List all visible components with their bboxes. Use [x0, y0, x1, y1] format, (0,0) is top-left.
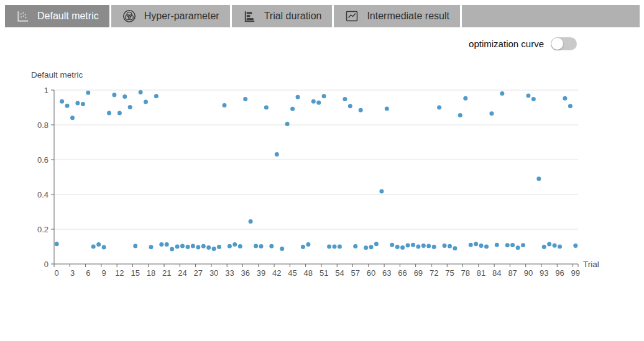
scatter-point[interactable] [573, 243, 577, 248]
scatter-point[interactable] [60, 99, 64, 104]
scatter-point[interactable] [359, 108, 363, 112]
scatter-point[interactable] [516, 245, 520, 250]
scatter-point[interactable] [343, 97, 347, 101]
scatter-point[interactable] [301, 245, 305, 249]
scatter-point[interactable] [269, 244, 274, 248]
scatter-point[interactable] [536, 176, 541, 181]
scatter-point[interactable] [280, 247, 284, 251]
scatter-point[interactable] [489, 111, 494, 116]
scatter-point[interactable] [510, 243, 515, 247]
scatter-point[interactable] [469, 243, 473, 247]
scatter-point[interactable] [484, 245, 489, 249]
scatter-point[interactable] [133, 243, 137, 248]
scatter-point[interactable] [232, 242, 237, 247]
scatter-point[interactable] [437, 106, 441, 110]
scatter-point[interactable] [180, 243, 185, 248]
scatter-point[interactable] [249, 219, 253, 224]
scatter-point[interactable] [553, 243, 557, 248]
tab-trial-duration[interactable]: Trial duration [232, 5, 333, 27]
scatter-point[interactable] [479, 243, 484, 248]
scatter-point[interactable] [443, 243, 447, 248]
scatter-point[interactable] [285, 122, 290, 126]
scatter-point[interactable] [107, 111, 111, 116]
scatter-point[interactable] [416, 245, 420, 249]
scatter-point[interactable] [411, 243, 415, 247]
scatter-point[interactable] [353, 244, 357, 248]
scatter-point[interactable] [531, 97, 536, 101]
scatter-point[interactable] [448, 244, 452, 248]
scatter-point[interactable] [144, 100, 148, 104]
scatter-point[interactable] [212, 247, 216, 251]
scatter-point[interactable] [117, 111, 122, 116]
scatter-point[interactable] [243, 97, 247, 101]
scatter-point[interactable] [505, 243, 510, 247]
scatter-point[interactable] [374, 242, 379, 246]
scatter-point[interactable] [165, 242, 169, 247]
scatter-point[interactable] [421, 243, 426, 248]
scatter-point[interactable] [55, 242, 59, 246]
scatter-point[interactable] [102, 245, 106, 250]
scatter-point[interactable] [170, 247, 174, 251]
scatter-point[interactable] [495, 243, 499, 247]
tab-default-metric[interactable]: Default metric [5, 5, 109, 27]
scatter-point[interactable] [322, 94, 326, 98]
scatter-point[interactable] [186, 245, 190, 249]
scatter-point[interactable] [196, 245, 200, 250]
scatter-point[interactable] [201, 244, 206, 248]
scatter-point[interactable] [122, 94, 127, 99]
scatter-point[interactable] [159, 242, 163, 247]
scatter-point[interactable] [154, 94, 159, 98]
tab-intermediate-result[interactable]: Intermediate result [334, 5, 460, 27]
scatter-point[interactable] [426, 243, 431, 248]
scatter-point[interactable] [86, 91, 90, 95]
scatter-point[interactable] [311, 99, 316, 104]
scatter-point[interactable] [316, 101, 321, 105]
scatter-point[interactable] [474, 242, 478, 246]
scatter-point[interactable] [348, 104, 352, 108]
scatter-point[interactable] [228, 244, 232, 248]
scatter-point[interactable] [306, 242, 310, 247]
scatter-point[interactable] [463, 96, 467, 101]
scatter-point[interactable] [500, 91, 504, 96]
scatter-point[interactable] [70, 116, 75, 120]
scatter-point[interactable] [65, 104, 70, 108]
scatter-point[interactable] [338, 245, 342, 249]
scatter-point[interactable] [296, 95, 300, 99]
scatter-point[interactable] [458, 113, 462, 117]
scatter-point[interactable] [191, 243, 195, 248]
scatter-point[interactable] [400, 245, 405, 250]
scatter-point[interactable] [91, 245, 96, 249]
scatter-point[interactable] [238, 244, 242, 248]
scatter-point[interactable] [75, 101, 80, 106]
scatter-point[interactable] [112, 93, 116, 97]
scatter-point[interactable] [364, 245, 368, 250]
scatter-point[interactable] [290, 107, 295, 111]
scatter-point[interactable] [406, 243, 410, 248]
scatter-point[interactable] [547, 242, 551, 247]
scatter-point[interactable] [369, 245, 374, 249]
scatter-point[interactable] [259, 244, 264, 248]
scatter-point[interactable] [563, 96, 567, 101]
scatter-point[interactable] [453, 246, 457, 250]
scatter-point[interactable] [139, 90, 143, 94]
scatter-point[interactable] [521, 243, 525, 247]
scatter-point[interactable] [206, 245, 211, 250]
scatter-point[interactable] [275, 152, 279, 157]
scatter-point[interactable] [264, 106, 269, 110]
tab-hyper-parameter[interactable]: Hyper-parameter [111, 5, 230, 27]
scatter-point[interactable] [333, 245, 337, 249]
scatter-point[interactable] [558, 245, 562, 249]
scatter-point[interactable] [390, 243, 394, 247]
scatter-point[interactable] [96, 242, 101, 247]
scatter-point[interactable] [432, 245, 436, 249]
scatter-point[interactable] [327, 245, 331, 249]
scatter-point[interactable] [175, 245, 180, 249]
optimization-curve-toggle[interactable] [551, 37, 577, 50]
scatter-point[interactable] [395, 245, 400, 249]
scatter-point[interactable] [223, 103, 227, 107]
scatter-point[interactable] [379, 189, 384, 194]
scatter-point[interactable] [568, 104, 573, 108]
scatter-point[interactable] [254, 243, 258, 248]
scatter-point[interactable] [542, 245, 546, 249]
scatter-point[interactable] [81, 102, 85, 106]
